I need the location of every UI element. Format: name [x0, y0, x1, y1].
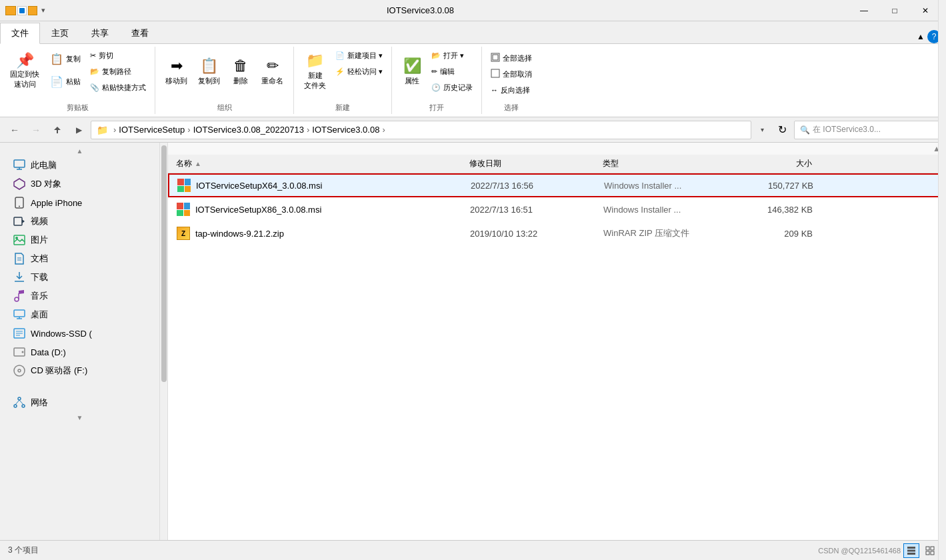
copy-path-label: 复制路径: [102, 67, 131, 77]
move-to-button[interactable]: ➡ 移动到: [161, 48, 192, 95]
zip-icon-2: Z: [177, 227, 190, 240]
close-button[interactable]: ✕: [910, 0, 941, 21]
path-item-0[interactable]: IOTServiceSetup: [119, 125, 185, 135]
cut-icon: ✂: [90, 51, 96, 60]
file-row-0[interactable]: IOTServiceSetupX64_3.0.08.msi 2022/7/13 …: [168, 173, 946, 197]
properties-button[interactable]: ✅ 属性: [397, 48, 427, 95]
title-bar: ▾ IOTService3.0.08 — □ ✕: [0, 0, 946, 21]
copy-to-button[interactable]: 📋 复制到: [193, 48, 225, 95]
rename-button[interactable]: ✏ 重命名: [257, 48, 288, 95]
col-header-date[interactable]: 修改日期: [464, 158, 597, 169]
back-button[interactable]: ←: [5, 121, 24, 139]
select-all-icon: [491, 53, 500, 63]
sidebar-item-desktop[interactable]: 桌面: [0, 305, 159, 324]
svg-point-30: [14, 405, 17, 407]
sidebar-item-data[interactable]: Data (D:): [0, 343, 159, 361]
file-cell-size-0: 150,727 KB: [732, 181, 819, 191]
expand-tree-button[interactable]: ▶: [69, 121, 88, 139]
sidebar-item-pc[interactable]: 此电脑: [0, 156, 159, 175]
file-cell-size-1: 146,382 KB: [731, 205, 818, 215]
new-folder-button[interactable]: 📁 新建文件夹: [299, 48, 331, 95]
sidebar-scroll-up[interactable]: ▲: [0, 145, 159, 156]
svg-line-32: [15, 400, 19, 405]
path-item-1[interactable]: IOTService3.0.08_20220713: [193, 125, 304, 135]
svg-rect-34: [907, 547, 915, 549]
properties-icon: ✅: [403, 57, 421, 75]
ribbon-group-organize: ➡ 移动到 📋 复制到 🗑 删除 ✏ 重命名 组织: [155, 47, 294, 114]
clipboard-label: 剪贴板: [5, 100, 149, 113]
tab-view[interactable]: 查看: [120, 23, 160, 44]
sidebar-item-doc[interactable]: 文档: [0, 249, 159, 268]
paste-button[interactable]: 📄 粘贴: [45, 71, 85, 92]
col-header-name[interactable]: 名称 ▲: [171, 158, 464, 169]
window-title: IOTService3.0.08: [0, 5, 849, 15]
right-scrollbar[interactable]: [938, 0, 946, 560]
doc-icon: [13, 253, 25, 265]
copy-path-button[interactable]: 📂 复制路径: [87, 64, 149, 79]
delete-button[interactable]: 🗑 删除: [226, 48, 255, 95]
select-all-button[interactable]: 全部选择: [487, 51, 535, 65]
col-header-size[interactable]: 大小: [731, 158, 817, 169]
copy-icon: 📋: [50, 53, 63, 65]
sidebar-item-network[interactable]: 网络: [0, 393, 159, 412]
path-dropdown-button[interactable]: ▾: [754, 121, 770, 139]
open-label: 打开: [397, 100, 476, 113]
sidebar-scroll-down[interactable]: ▼: [0, 412, 159, 423]
copy-to-icon: 📋: [200, 57, 218, 75]
view-list-button[interactable]: [903, 543, 919, 558]
open-label: 打开 ▾: [443, 51, 464, 61]
sidebar-item-picture[interactable]: 图片: [0, 231, 159, 249]
maximize-button[interactable]: □: [879, 0, 910, 21]
path-sep-3: ›: [382, 125, 385, 135]
forward-button[interactable]: →: [27, 121, 45, 139]
view-detail-button[interactable]: [922, 543, 938, 558]
sidebar-item-3d[interactable]: 3D 对象: [0, 175, 159, 193]
main-area: ▲ 此电脑 3D 对象: [0, 143, 946, 540]
nav-up-icon[interactable]: ▲: [917, 32, 925, 41]
history-button[interactable]: 🕑 历史记录: [428, 80, 476, 95]
address-path[interactable]: 📁 › IOTServiceSetup › IOTService3.0.08_2…: [91, 121, 751, 139]
path-sep-1: ›: [187, 125, 190, 135]
nav-up-button[interactable]: [48, 121, 67, 139]
history-label: 历史记录: [443, 83, 473, 93]
svg-rect-18: [14, 310, 25, 317]
invert-select-button[interactable]: ↔ 反向选择: [487, 83, 535, 97]
paste-shortcut-button[interactable]: 📎 粘贴快捷方式: [87, 80, 149, 95]
watermark-text: CSDN @QQ1215461468: [818, 547, 901, 555]
invert-select-label: 反向选择: [501, 85, 530, 95]
window-controls: — □ ✕: [849, 0, 941, 21]
tab-home[interactable]: 主页: [40, 23, 80, 44]
sidebar-item-video[interactable]: 视频: [0, 212, 159, 231]
sidebar-scrollbar[interactable]: [160, 143, 168, 540]
file-cell-type-1: Windows Installer ...: [598, 205, 731, 215]
col-header-type[interactable]: 类型: [597, 158, 731, 169]
deselect-all-button[interactable]: 全部取消: [487, 67, 535, 81]
cut-button[interactable]: ✂ 剪切: [87, 48, 149, 63]
sidebar-item-windows-ssd[interactable]: Windows-SSD (: [0, 324, 159, 343]
sidebar-item-iphone[interactable]: Apple iPhone: [0, 193, 159, 212]
search-box[interactable]: 🔍 在 IOTService3.0...: [794, 121, 941, 139]
refresh-button[interactable]: ↻: [773, 121, 791, 139]
svg-rect-2: [491, 69, 499, 77]
tab-file[interactable]: 文件: [0, 23, 40, 44]
new-item-button[interactable]: 📄 新建项目 ▾: [332, 48, 386, 63]
copy-button[interactable]: 📋 复制: [45, 48, 85, 69]
open-button[interactable]: 📂 打开 ▾: [428, 48, 476, 63]
sidebar-item-download[interactable]: 下载: [0, 268, 159, 287]
sidebar: ▲ 此电脑 3D 对象: [0, 143, 160, 540]
new-item-label: 新建项目 ▾: [347, 51, 383, 61]
new-label: 新建: [299, 100, 386, 113]
path-item-2[interactable]: IOTService3.0.08: [312, 125, 379, 135]
minimize-button[interactable]: —: [849, 0, 879, 21]
ribbon-group-open: ✅ 属性 📂 打开 ▾ ✏ 编辑 🕑 历史记录 打开: [392, 47, 482, 114]
tab-share[interactable]: 共享: [80, 23, 120, 44]
pin-button[interactable]: 📌 固定到快速访问: [5, 48, 44, 95]
easy-access-button[interactable]: ⚡ 轻松访问 ▾: [332, 64, 386, 79]
file-row-2[interactable]: Z tap-windows-9.21.2.zip 2019/10/10 13:2…: [168, 221, 946, 245]
sidebar-item-label-doc: 文档: [31, 253, 48, 265]
sidebar-item-cd[interactable]: CD 驱动器 (F:): [0, 361, 159, 380]
svg-rect-35: [907, 549, 915, 551]
sidebar-item-music[interactable]: 音乐: [0, 287, 159, 305]
edit-button[interactable]: ✏ 编辑: [428, 64, 476, 79]
file-row-1[interactable]: IOTServiceSetupX86_3.0.08.msi 2022/7/13 …: [168, 197, 946, 221]
